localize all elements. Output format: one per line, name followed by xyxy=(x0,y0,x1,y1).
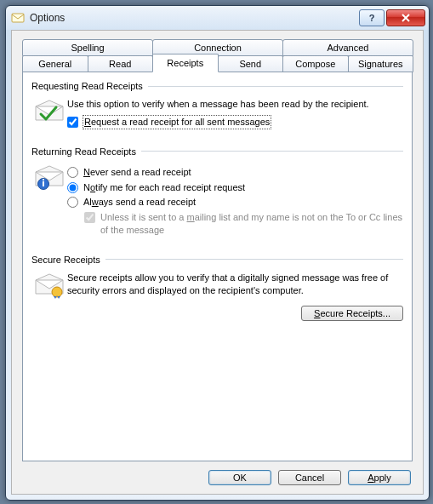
tab-compose[interactable]: Compose xyxy=(282,55,349,72)
envelope-cert-icon xyxy=(31,272,67,321)
help-button[interactable]: ? xyxy=(359,9,385,26)
request-receipt-label[interactable]: Request a read receipt for all sent mess… xyxy=(83,116,271,129)
envelope-check-icon xyxy=(31,98,67,131)
group-secure: Secure Receipts Secure receipts allow yo xyxy=(31,255,403,321)
notify-receipt-label[interactable]: Notify me for each read receipt request xyxy=(83,181,245,194)
svg-rect-0 xyxy=(12,14,24,22)
dialog-buttons: OK Cancel Apply xyxy=(22,461,413,487)
app-icon xyxy=(11,11,25,25)
group-secure-title: Secure Receipts xyxy=(31,255,100,265)
ok-button[interactable]: OK xyxy=(208,470,271,485)
close-icon xyxy=(401,14,411,22)
group-requesting-title: Requesting Read Receipts xyxy=(31,81,143,91)
apply-button[interactable]: Apply xyxy=(348,470,411,485)
close-button[interactable] xyxy=(386,9,425,26)
svg-rect-6 xyxy=(43,181,44,186)
tab-spelling[interactable]: Spelling xyxy=(22,39,153,56)
group-returning-title: Returning Read Receipts xyxy=(31,146,136,157)
always-receipt-label[interactable]: Always send a read receipt xyxy=(83,196,196,209)
request-receipt-checkbox[interactable] xyxy=(67,117,78,128)
tab-signatures[interactable]: Signatures xyxy=(348,55,414,72)
tab-advanced[interactable]: Advanced xyxy=(282,39,413,56)
tab-receipts[interactable]: Receipts xyxy=(152,54,219,72)
tab-send[interactable]: Send xyxy=(218,55,284,72)
tab-general[interactable]: General xyxy=(22,55,88,72)
never-receipt-radio[interactable] xyxy=(67,167,78,178)
tab-page-receipts: Requesting Read Receipts Use this option… xyxy=(22,72,413,461)
titlebar: Options ? xyxy=(6,6,429,30)
envelope-info-icon xyxy=(31,163,67,239)
group-returning: Returning Read Receipts xyxy=(31,146,403,239)
window-title: Options xyxy=(30,12,65,24)
unless-label: Unless it is sent to a mailing list and … xyxy=(100,211,403,237)
unless-checkbox xyxy=(84,212,95,223)
help-icon: ? xyxy=(369,13,375,23)
cancel-button[interactable]: Cancel xyxy=(278,470,341,485)
tab-row-2: General Read Receipts Send Compose Signa… xyxy=(22,55,413,72)
client-area: Spelling Connection Advanced General Rea… xyxy=(11,30,424,495)
svg-rect-7 xyxy=(43,179,44,180)
tab-strip: Spelling Connection Advanced General Rea… xyxy=(22,39,413,72)
never-receipt-label[interactable]: Never send a read receipt xyxy=(83,166,191,179)
notify-receipt-radio[interactable] xyxy=(67,182,78,193)
group-requesting: Requesting Read Receipts Use this option… xyxy=(31,81,403,131)
options-dialog: Options ? Spelling Connection Advanced G… xyxy=(5,5,430,501)
requesting-desc: Use this option to verify when a message… xyxy=(67,98,403,111)
always-receipt-radio[interactable] xyxy=(67,197,78,208)
secure-receipts-button[interactable]: Secure Receipts... xyxy=(301,306,403,321)
tab-read[interactable]: Read xyxy=(88,55,154,72)
secure-desc: Secure receipts allow you to verify that… xyxy=(67,272,403,297)
